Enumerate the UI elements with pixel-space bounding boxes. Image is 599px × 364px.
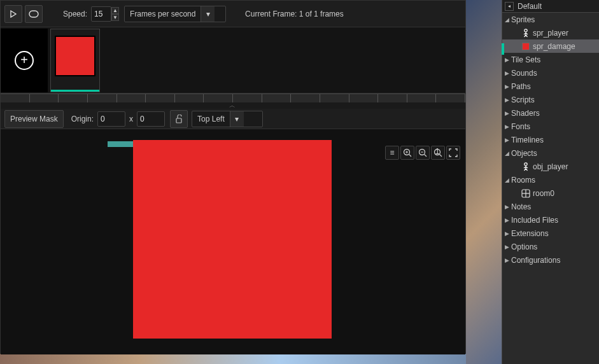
svg-line-7	[425, 155, 427, 157]
tree-label: Fonts	[511, 122, 530, 131]
origin-toolbar: Preview Mask Origin: x Top Left ▾	[1, 109, 465, 129]
expand-right-icon: ▶	[505, 217, 511, 223]
chevron-down-icon: ▾	[201, 6, 215, 22]
tree-folder-paths[interactable]: ▶Paths	[502, 80, 599, 93]
tree-label: Sounds	[511, 69, 537, 78]
expand-right-icon: ▶	[505, 257, 511, 263]
resource-tree: ◂ Default ◢Spritesspr_playerspr_damage▶T…	[502, 0, 599, 364]
tree-folder-rooms[interactable]: ◢Rooms	[502, 173, 599, 186]
expand-right-icon: ▶	[505, 57, 511, 63]
tree-folder-tile-sets[interactable]: ▶Tile Sets	[502, 53, 599, 66]
tree-label: spr_damage	[533, 42, 575, 51]
tree-label: Shaders	[511, 109, 540, 118]
preview-mask-button[interactable]: Preview Mask	[4, 110, 64, 128]
grid-toggle[interactable]: ≡	[385, 146, 399, 160]
tree-item-spr_player[interactable]: spr_player	[502, 26, 599, 39]
frame-thumbnail-1[interactable]	[50, 29, 100, 92]
fit-screen-button[interactable]	[446, 146, 460, 160]
tree-label: Sprites	[511, 15, 535, 24]
tree-folder-options[interactable]: ▶Options	[502, 240, 599, 253]
svg-rect-1	[176, 118, 181, 123]
tree-label: Rooms	[511, 176, 535, 185]
collapse-toggle[interactable]: ︿	[1, 102, 465, 109]
expand-down-icon: ◢	[505, 177, 511, 183]
expand-right-icon: ▶	[505, 97, 511, 103]
tree-label: Objects	[511, 149, 537, 158]
speed-unit-label: Frames per second	[125, 10, 201, 18]
speed-up[interactable]: ▲	[111, 7, 119, 14]
tree-label: Scripts	[511, 95, 535, 104]
expand-right-icon: ▶	[505, 123, 511, 130]
tree-label: room0	[533, 189, 554, 198]
tree-label: Included Files	[511, 216, 558, 225]
sprite-icon	[521, 42, 530, 51]
selection-accent	[502, 43, 504, 55]
origin-sep: x	[129, 115, 133, 123]
origin-x-input[interactable]	[97, 111, 125, 127]
tree-item-obj_player[interactable]: obj_player	[502, 160, 599, 173]
current-frame-text: Current Frame: 1 of 1 frames	[245, 10, 344, 18]
lock-origin-button[interactable]	[170, 110, 188, 128]
frame-preview	[55, 36, 95, 76]
svg-text:1: 1	[435, 148, 440, 156]
active-frame-indicator	[51, 90, 99, 92]
person-icon	[521, 162, 530, 171]
expand-right-icon: ▶	[505, 244, 511, 250]
sprite-editor: Speed: ▲ ▼ Frames per second ▾ Current F…	[0, 0, 466, 354]
tree-folder-scripts[interactable]: ▶Scripts	[502, 93, 599, 106]
person-icon	[521, 29, 530, 38]
zoom-reset-button[interactable]: 1	[431, 146, 445, 160]
sprite-canvas[interactable]	[133, 140, 332, 339]
chevron-down-icon: ▾	[230, 111, 244, 127]
loop-button[interactable]	[25, 5, 43, 23]
speed-input[interactable]	[91, 6, 111, 22]
tree-folder-timelines[interactable]: ▶Timelines	[502, 133, 599, 146]
add-frame-button[interactable]: +	[1, 29, 48, 92]
tree-folder-configurations[interactable]: ▶Configurations	[502, 253, 599, 267]
svg-line-3	[409, 155, 412, 157]
expand-right-icon: ▶	[505, 204, 511, 210]
tree-label: Configurations	[511, 256, 560, 265]
resource-header: ◂ Default	[502, 0, 599, 13]
zoom-out-button[interactable]	[416, 146, 430, 160]
expand-right-icon: ▶	[505, 70, 511, 76]
tree-label: Paths	[511, 82, 531, 91]
expand-right-icon: ▶	[505, 137, 511, 143]
zoom-in-button[interactable]	[400, 146, 414, 160]
tree-folder-objects[interactable]: ◢Objects	[502, 146, 599, 160]
tree-label: Tile Sets	[511, 55, 540, 64]
expand-down-icon: ◢	[505, 17, 511, 23]
speed-unit-dropdown[interactable]: Frames per second ▾	[124, 6, 226, 22]
origin-preset-dropdown[interactable]: Top Left ▾	[192, 111, 263, 127]
canvas-area[interactable]: ≡ 1	[1, 129, 465, 354]
svg-rect-0	[29, 11, 38, 17]
back-button[interactable]: ◂	[505, 2, 514, 11]
expand-right-icon: ▶	[505, 110, 511, 116]
tree-label: Notes	[511, 202, 531, 211]
tree-item-spr_damage[interactable]: spr_damage	[502, 39, 599, 53]
tree-folder-included-files[interactable]: ▶Included Files	[502, 213, 599, 227]
origin-y-input[interactable]	[137, 111, 165, 127]
tree-label: Timelines	[511, 136, 544, 144]
play-button[interactable]	[4, 5, 22, 23]
tree-folder-extensions[interactable]: ▶Extensions	[502, 227, 599, 240]
config-name: Default	[518, 2, 542, 11]
expand-down-icon: ◢	[505, 150, 511, 157]
room-icon	[521, 189, 530, 198]
origin-preset-label: Top Left	[192, 115, 230, 123]
svg-line-10	[440, 155, 442, 157]
speed-label: Speed:	[63, 10, 87, 18]
tree-label: Options	[511, 242, 537, 251]
tree-folder-sounds[interactable]: ▶Sounds	[502, 66, 599, 80]
tree-folder-shaders[interactable]: ▶Shaders	[502, 106, 599, 120]
frames-strip: +	[1, 27, 465, 94]
tree-folder-sprites[interactable]: ◢Sprites	[502, 13, 599, 26]
canvas-tools: ≡ 1	[385, 146, 460, 160]
tree-label: obj_player	[533, 162, 568, 171]
plus-icon: +	[15, 51, 34, 70]
tree-folder-fonts[interactable]: ▶Fonts	[502, 120, 599, 133]
tree-folder-notes[interactable]: ▶Notes	[502, 200, 599, 213]
tree-item-room0[interactable]: room0	[502, 186, 599, 200]
speed-down[interactable]: ▼	[111, 14, 119, 21]
origin-label: Origin:	[71, 115, 94, 123]
